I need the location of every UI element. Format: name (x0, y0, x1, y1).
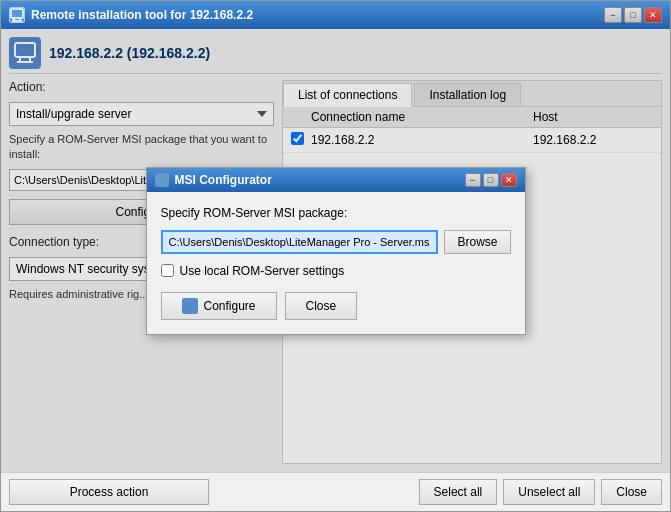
app-icon (9, 7, 25, 23)
use-local-checkbox[interactable] (161, 264, 174, 277)
modal-minimize-button[interactable]: − (465, 173, 481, 187)
window-body: 192.168.2.2 (192.168.2.2) Action: Instal… (1, 29, 670, 472)
modal-browse-button[interactable]: Browse (444, 230, 510, 254)
close-button[interactable]: ✕ (644, 7, 662, 23)
window-title: Remote installation tool for 192.168.2.2 (31, 8, 598, 22)
modal-close-x-button[interactable]: ✕ (501, 173, 517, 187)
msi-configurator-dialog: MSI Configurator − □ ✕ Specify ROM-Serve… (146, 167, 526, 335)
main-close-button[interactable]: Close (601, 479, 662, 505)
modal-title: MSI Configurator (175, 173, 459, 187)
modal-overlay: MSI Configurator − □ ✕ Specify ROM-Serve… (1, 29, 670, 472)
modal-restore-button[interactable]: □ (483, 173, 499, 187)
configure-icon (182, 298, 198, 314)
modal-file-row: Browse (161, 230, 511, 254)
main-window: Remote installation tool for 192.168.2.2… (0, 0, 671, 512)
modal-controls: − □ ✕ (465, 173, 517, 187)
window-controls: − □ ✕ (604, 7, 662, 23)
restore-button[interactable]: □ (624, 7, 642, 23)
modal-title-bar: MSI Configurator − □ ✕ (147, 168, 525, 192)
select-all-button[interactable]: Select all (419, 479, 498, 505)
use-local-label: Use local ROM-Server settings (180, 264, 345, 278)
svg-rect-0 (11, 9, 23, 18)
modal-file-input[interactable] (161, 230, 439, 254)
modal-configure-button[interactable]: Configure (161, 292, 277, 320)
unselect-all-button[interactable]: Unselect all (503, 479, 595, 505)
modal-body: Specify ROM-Server MSI package: Browse U… (147, 192, 525, 334)
modal-checkbox-row: Use local ROM-Server settings (161, 264, 511, 278)
modal-package-label: Specify ROM-Server MSI package: (161, 206, 511, 220)
bottom-bar: Process action Select all Unselect all C… (1, 472, 670, 511)
modal-close-button[interactable]: Close (285, 292, 358, 320)
modal-action-buttons: Configure Close (161, 288, 511, 320)
minimize-button[interactable]: − (604, 7, 622, 23)
title-bar: Remote installation tool for 192.168.2.2… (1, 1, 670, 29)
modal-icon (155, 173, 169, 187)
process-action-button[interactable]: Process action (9, 479, 209, 505)
